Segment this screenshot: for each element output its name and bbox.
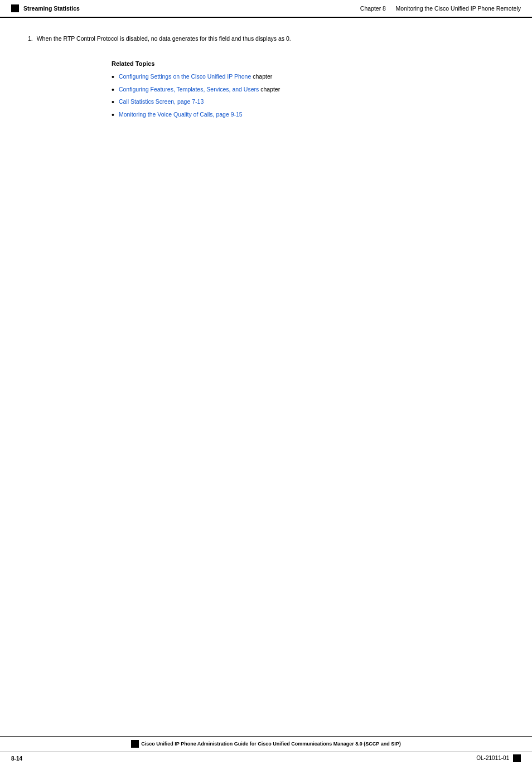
list-item: • Monitoring the Voice Quality of Calls,… [112, 110, 510, 120]
footnote-number: 1. [28, 35, 33, 42]
header-right: Chapter 8 Monitoring the Cisco Unified I… [360, 5, 521, 12]
content-area: 1. When the RTP Control Protocol is disa… [0, 18, 532, 146]
footer-doc-number-text: OL-21011-01 [476, 755, 509, 761]
list-item: • Configuring Settings on the Cisco Unif… [112, 72, 510, 82]
link-call-statistics[interactable]: Call Statistics Screen, page 7-13 [119, 98, 204, 105]
footnote: 1. When the RTP Control Protocol is disa… [28, 35, 510, 43]
page-header: Streaming Statistics Chapter 8 Monitorin… [0, 0, 532, 18]
footer-title: Cisco Unified IP Phone Administration Gu… [141, 741, 400, 747]
page-footer: Cisco Unified IP Phone Administration Gu… [0, 736, 532, 765]
footer-bottom: 8-14 OL-21011-01 [0, 752, 532, 765]
bullet-icon: • [112, 72, 114, 82]
bullet-icon: • [112, 85, 114, 95]
list-item-content: Call Statistics Screen, page 7-13 [119, 98, 204, 106]
link-monitoring-voice[interactable]: Monitoring the Voice Quality of Calls, p… [119, 111, 243, 118]
footnote-text: When the RTP Control Protocol is disable… [37, 35, 291, 42]
header-square-icon [11, 4, 19, 12]
footer-right-square-icon [513, 754, 521, 762]
link-suffix-1: chapter [251, 73, 272, 80]
related-topics-title: Related Topics [112, 60, 510, 67]
footer-doc-number: OL-21011-01 [476, 754, 521, 762]
list-item: • Configuring Features, Templates, Servi… [112, 85, 510, 95]
chapter-title: Monitoring the Cisco Unified IP Phone Re… [395, 5, 521, 12]
list-item-content: Configuring Settings on the Cisco Unifie… [119, 72, 272, 81]
footer-left-square-icon [131, 740, 139, 748]
chapter-number: Chapter 8 [360, 5, 386, 12]
list-item-content: Configuring Features, Templates, Service… [119, 85, 280, 94]
footer-main: Cisco Unified IP Phone Administration Gu… [0, 737, 532, 752]
link-suffix-2: chapter [259, 86, 280, 93]
page-container: Streaming Statistics Chapter 8 Monitorin… [0, 0, 532, 765]
link-configuring-features[interactable]: Configuring Features, Templates, Service… [119, 86, 259, 93]
list-item-content: Monitoring the Voice Quality of Calls, p… [119, 110, 243, 119]
related-topics-section: Related Topics • Configuring Settings on… [112, 60, 510, 120]
link-configuring-settings[interactable]: Configuring Settings on the Cisco Unifie… [119, 73, 251, 80]
bullet-icon: • [112, 98, 114, 107]
list-item: • Call Statistics Screen, page 7-13 [112, 98, 510, 107]
header-section-title: Streaming Statistics [23, 5, 80, 12]
footer-page-number: 8-14 [11, 756, 22, 762]
header-left: Streaming Statistics [11, 4, 80, 12]
related-topics-list: • Configuring Settings on the Cisco Unif… [112, 72, 510, 120]
bullet-icon: • [112, 110, 114, 120]
